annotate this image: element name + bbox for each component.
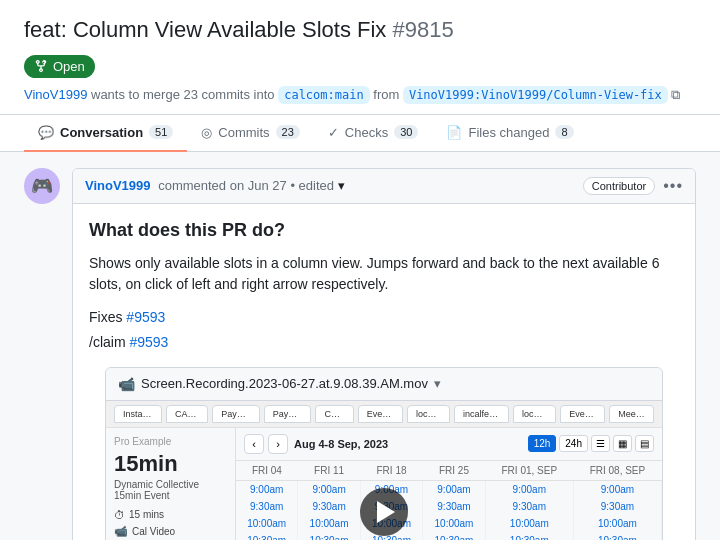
claim-issue-link[interactable]: #9593 [129,334,168,350]
comment-meta: VinoV1999 commented on Jun 27 • edited ▾ [85,178,345,193]
table-row: 9:00am 9:00am 9:00am 9:00am 9:00am 9:00a… [236,480,662,498]
pr-header: feat: Column View Available Slots Fix #9… [0,0,720,115]
cal-grid-header: FRI 04 FRI 11 FRI 18 FRI 25 FRI 01, SEP … [236,461,662,481]
tab-commits[interactable]: ◎ Commits 23 [187,115,314,152]
slot-10am-fri08[interactable]: 10:00am [573,515,661,532]
git-merge-icon [34,59,48,73]
author-link[interactable]: VinoV1999 [24,87,87,102]
tab-checks[interactable]: ✓ Checks 30 [314,115,433,152]
slot-9am-fri04[interactable]: 9:00am [236,480,298,498]
slot-930am-fri01[interactable]: 9:30am [485,498,573,515]
col-fri-18: FRI 18 [360,461,422,481]
comment-title: What does this PR do? [89,220,679,241]
view-grid-btn[interactable]: ▦ [613,435,632,452]
slot-9am-fri01[interactable]: 9:00am [485,480,573,498]
table-row: 10:00am 10:00am 10:00am 10:00am 10:00am … [236,515,662,532]
slot-1030am-fri25[interactable]: 10:30am [423,532,485,540]
cal-browser-tabs: Install... CAL... Paym... Paym... Cal...… [106,401,662,428]
video-preview: 📹 Screen.Recording.2023-06-27.at.9.08.39… [105,367,663,540]
view-24h-btn[interactable]: 24h [559,435,588,452]
tab-checks-label: Checks [345,125,388,140]
cal-event-name: Dynamic Collective 15min Event [114,479,227,501]
cal-main: ‹ › Aug 4-8 Sep, 2023 12h 24h ☰ ▦ [236,428,662,540]
from-word: from [373,87,399,102]
copy-branch-icon[interactable]: ⧉ [671,87,680,102]
checks-icon: ✓ [328,125,339,140]
play-button[interactable] [360,488,408,536]
cal-tab-6[interactable]: Even... [358,405,403,423]
head-branch[interactable]: VinoV1999:VinoV1999/Column-View-fix [403,86,668,104]
slot-10am-fri25[interactable]: 10:00am [423,515,485,532]
cal-tab-3[interactable]: Paym... [212,405,260,423]
fixes-issue-link[interactable]: #9593 [126,309,165,325]
cal-tab-8[interactable]: incalfec... [454,405,509,423]
tab-files-changed[interactable]: 📄 Files changed 8 [432,115,587,152]
video-header: 📹 Screen.Recording.2023-06-27.at.9.08.39… [106,368,662,401]
comment-more-button[interactable]: ••• [663,177,683,195]
slot-9am-fri25[interactable]: 9:00am [423,480,485,498]
comment-box: VinoV1999 commented on Jun 27 • edited ▾… [72,168,696,540]
cal-tab-5[interactable]: Cal... [315,405,353,423]
slot-1030am-fri08[interactable]: 10:30am [573,532,661,540]
cal-tab-1[interactable]: Install... [114,405,162,423]
merge-word: commits into [202,87,275,102]
slot-1030am-fri11[interactable]: 10:30am [298,532,360,540]
pr-title-text: feat: Column View Available Slots Fix [24,17,386,42]
slot-10am-fri11[interactable]: 10:00am [298,515,360,532]
cal-meta-video: 📹 Cal Video [114,525,227,538]
tab-conversation-label: Conversation [60,125,143,140]
cal-duration: 15min [114,451,227,477]
view-table-btn[interactable]: ▤ [635,435,654,452]
conversation-icon: 💬 [38,125,54,140]
slot-10am-fri04[interactable]: 10:00am [236,515,298,532]
slot-10am-fri01[interactable]: 10:00am [485,515,573,532]
cal-tab-4[interactable]: Paym... [264,405,312,423]
slot-930am-fri04[interactable]: 9:30am [236,498,298,515]
cal-grid-table: FRI 04 FRI 11 FRI 18 FRI 25 FRI 01, SEP … [236,461,662,540]
tab-files-label: Files changed [468,125,549,140]
commit-count: 23 [184,87,198,102]
comment-author[interactable]: VinoV1999 [85,178,151,193]
video-dropdown-icon[interactable]: ▾ [434,376,441,391]
cal-meta-duration: ⏱ 15 mins [114,509,227,521]
cal-tab-10[interactable]: Even... [560,405,605,423]
cal-date-range: Aug 4-8 Sep, 2023 [294,438,388,450]
slot-1030am-fri01[interactable]: 10:30am [485,532,573,540]
tab-conversation-count: 51 [149,125,173,139]
slot-930am-fri11[interactable]: 9:30am [298,498,360,515]
tab-files-count: 8 [555,125,573,139]
cal-nav-left: ‹ › Aug 4-8 Sep, 2023 [244,434,388,454]
clock-icon: ⏱ [114,509,125,521]
table-row: 10:30am 10:30am 10:30am 10:30am 10:30am … [236,532,662,540]
pr-status-text: Open [53,59,85,74]
fixes-label: Fixes [89,309,122,325]
cal-tab-7[interactable]: local... [407,405,450,423]
slot-1030am-fri04[interactable]: 10:30am [236,532,298,540]
cal-tab-2[interactable]: CAL... [166,405,208,423]
view-12h-btn[interactable]: 12h [528,435,557,452]
view-list-btn[interactable]: ☰ [591,435,610,452]
comment-section: 🎮 VinoV1999 commented on Jun 27 • edited… [0,152,720,540]
col-fri-04: FRI 04 [236,461,298,481]
slot-930am-fri25[interactable]: 9:30am [423,498,485,515]
base-branch[interactable]: calcom:main [278,86,369,104]
slot-9am-fri08[interactable]: 9:00am [573,480,661,498]
slot-9am-fri11[interactable]: 9:00am [298,480,360,498]
col-fri-11: FRI 11 [298,461,360,481]
col-fri-01-sep: FRI 01, SEP [485,461,573,481]
slot-930am-fri08[interactable]: 9:30am [573,498,661,515]
merge-text: wants to merge [91,87,180,102]
comment-body: What does this PR do? Shows only availab… [73,204,695,540]
col-fri-08-sep: FRI 08, SEP [573,461,661,481]
tab-conversation[interactable]: 💬 Conversation 51 [24,115,187,152]
calendar-preview: Install... CAL... Paym... Paym... Cal...… [106,401,662,540]
cal-prev-btn[interactable]: ‹ [244,434,264,454]
cal-next-btn[interactable]: › [268,434,288,454]
cal-tab-9[interactable]: local... [513,405,556,423]
cal-tab-11[interactable]: Meet... [609,405,654,423]
edited-dropdown-icon[interactable]: ▾ [338,178,345,193]
cal-nav-arrows: ‹ › [244,434,288,454]
cal-sidebar: Pro Example 15min Dynamic Collective 15m… [106,428,236,540]
cal-grid: FRI 04 FRI 11 FRI 18 FRI 25 FRI 01, SEP … [236,461,662,540]
comment-edited[interactable]: • edited [290,178,334,193]
